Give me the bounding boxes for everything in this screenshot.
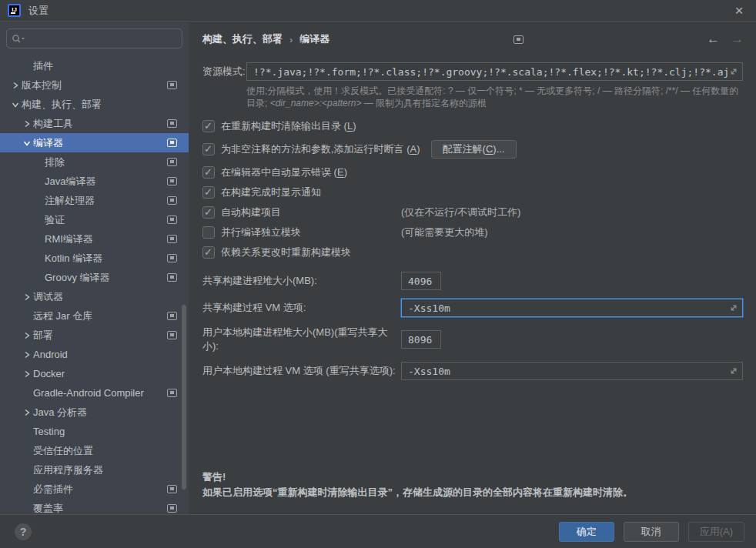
sidebar-item-7[interactable]: 注解处理器 — [0, 191, 189, 210]
checkbox-label[interactable]: 依赖关系更改时重新构建模块 — [221, 246, 351, 259]
sidebar-item-16[interactable]: Docker — [0, 364, 189, 383]
checkbox-label[interactable]: 在构建完成时显示通知 — [221, 185, 321, 199]
chevron-right-icon[interactable] — [21, 349, 33, 361]
sidebar-item-14[interactable]: 部署 — [0, 326, 189, 345]
checkbox-row-2: 在编辑器中自动显示错误 (E) — [202, 162, 743, 182]
checkbox[interactable] — [202, 246, 215, 259]
resource-patterns-help: 使用;分隔模式，使用！求反模式。已接受通配符: ? — 仅一个符号; * — 无… — [246, 85, 743, 109]
chevron-right-icon[interactable] — [21, 118, 33, 130]
sidebar-item-20[interactable]: 受信任的位置 — [0, 441, 189, 460]
chevron-right-icon[interactable] — [21, 406, 33, 419]
sidebar-item-label: Testing — [33, 426, 65, 437]
help-icon[interactable]: ? — [15, 523, 32, 540]
field-box — [401, 299, 743, 317]
sidebar-item-label: RMI编译器 — [45, 232, 93, 246]
sidebar-item-8[interactable]: 验证 — [0, 210, 189, 229]
checkbox-label[interactable]: 在重新构建时清除输出目录 (L) — [221, 119, 356, 133]
field-input[interactable] — [408, 334, 434, 346]
checkbox-label[interactable]: 在编辑器中自动显示错误 (E) — [221, 165, 347, 179]
chevron-down-icon[interactable] — [21, 137, 33, 149]
screen-icon — [167, 273, 177, 282]
window-title: 设置 — [28, 4, 49, 18]
sidebar-item-19[interactable]: Testing — [0, 422, 189, 441]
checkbox[interactable] — [202, 186, 215, 199]
checkbox-label[interactable]: 自动构建项目 — [221, 206, 281, 219]
sidebar-item-17[interactable]: Gradle-Android Compiler — [0, 383, 189, 403]
sidebar-item-0[interactable]: 插件 — [0, 56, 189, 75]
ok-button[interactable]: 确定 — [559, 522, 614, 542]
search-input[interactable] — [28, 33, 177, 45]
dialog-footer: ? 确定 取消 应用(A) — [0, 514, 756, 548]
screen-icon — [167, 119, 177, 128]
search-box[interactable] — [6, 28, 182, 48]
chevron-down-icon[interactable] — [9, 99, 22, 111]
breadcrumb-separator: › — [289, 34, 293, 45]
sidebar-scrollbar[interactable] — [182, 305, 186, 490]
sidebar-item-9[interactable]: RMI编译器 — [0, 229, 189, 249]
checkbox[interactable] — [202, 206, 215, 219]
expand-icon[interactable] — [729, 67, 738, 79]
arrow-spacer — [32, 195, 45, 207]
configure-annotations-button[interactable]: 配置注解(C)... — [431, 140, 517, 159]
sidebar-item-2[interactable]: 构建、执行、部署 — [0, 95, 189, 114]
sidebar-item-12[interactable]: 调试器 — [0, 287, 189, 306]
arrow-spacer — [21, 387, 33, 399]
sidebar-item-15[interactable]: Android — [0, 345, 189, 364]
checkbox-row-3: 在构建完成时显示通知 — [202, 182, 743, 202]
field-label: 用户本地构建过程 VM 选项 (重写共享选项): — [202, 364, 401, 378]
sidebar-item-18[interactable]: Java 分析器 — [0, 403, 189, 422]
sidebar-item-5[interactable]: 排除 — [0, 152, 189, 172]
checkbox-label[interactable]: 为非空注释的方法和参数,添加运行时断言 (A) — [221, 142, 420, 156]
sidebar-item-label: 验证 — [45, 213, 65, 227]
sidebar-item-label: 构建工具 — [33, 117, 73, 131]
field-label: 共享构建进程堆大小(MB): — [202, 274, 401, 288]
expand-icon[interactable] — [729, 303, 738, 315]
chevron-right-icon[interactable] — [9, 79, 22, 92]
sidebar-item-label: 构建、执行、部署 — [22, 98, 102, 112]
sidebar-item-label: 编译器 — [33, 136, 63, 150]
arrow-spacer — [32, 233, 45, 246]
sidebar-item-11[interactable]: Groovy 编译器 — [0, 268, 189, 287]
sidebar-item-label: Gradle-Android Compiler — [33, 387, 144, 399]
help-text-pattern: <dir_name>:<pattern> — [270, 98, 362, 109]
sidebar-item-23[interactable]: 覆盖率 — [0, 499, 189, 514]
chevron-right-icon[interactable] — [21, 329, 33, 342]
sidebar-item-label: 排除 — [45, 155, 65, 169]
screen-icon — [167, 485, 177, 493]
settings-content: 构建、执行、部署 › 编译器 ← → 资源模式: 使用;分隔模式，使用！求反模 — [189, 22, 756, 514]
cancel-button[interactable]: 取消 — [624, 522, 679, 542]
checkbox[interactable] — [202, 120, 215, 132]
arrow-spacer — [32, 175, 45, 188]
checkbox[interactable] — [202, 226, 215, 239]
sidebar-item-22[interactable]: 必需插件 — [0, 480, 189, 499]
screen-icon — [167, 158, 177, 166]
checkbox[interactable] — [202, 166, 215, 179]
sidebar-item-label: 覆盖率 — [33, 502, 63, 515]
sidebar-item-21[interactable]: 应用程序服务器 — [0, 460, 189, 480]
field-input[interactable] — [408, 366, 736, 377]
settings-tree: 插件版本控制构建、执行、部署构建工具编译器排除Java编译器注解处理器验证RMI… — [0, 56, 189, 514]
arrow-spacer — [21, 503, 33, 515]
sidebar-item-4[interactable]: 编译器 — [0, 133, 189, 152]
field-row-1: 共享构建过程 VM 选项: — [202, 299, 743, 317]
expand-icon[interactable] — [729, 366, 738, 378]
screen-icon — [167, 254, 177, 262]
field-input[interactable] — [408, 302, 736, 314]
field-section: 共享构建进程堆大小(MB):共享构建过程 VM 选项:用户本地构建进程堆大小(M… — [202, 272, 743, 380]
back-arrow-icon[interactable]: ← — [707, 32, 720, 47]
sidebar-item-1[interactable]: 版本控制 — [0, 75, 189, 95]
arrow-spacer — [21, 445, 33, 457]
checkbox[interactable] — [202, 143, 215, 155]
chevron-right-icon[interactable] — [21, 291, 33, 303]
sidebar-item-10[interactable]: Kotlin 编译器 — [0, 249, 189, 268]
breadcrumb-parent[interactable]: 构建、执行、部署 — [202, 32, 283, 46]
screen-icon — [167, 177, 177, 185]
sidebar-item-13[interactable]: 远程 Jar 仓库 — [0, 306, 189, 326]
resource-patterns-input[interactable] — [253, 66, 736, 78]
close-icon[interactable]: × — [730, 3, 748, 18]
checkbox-label[interactable]: 并行编译独立模块 — [221, 226, 301, 239]
sidebar-item-3[interactable]: 构建工具 — [0, 114, 189, 133]
field-input[interactable] — [408, 276, 434, 287]
chevron-right-icon[interactable] — [21, 368, 33, 380]
sidebar-item-6[interactable]: Java编译器 — [0, 172, 189, 191]
